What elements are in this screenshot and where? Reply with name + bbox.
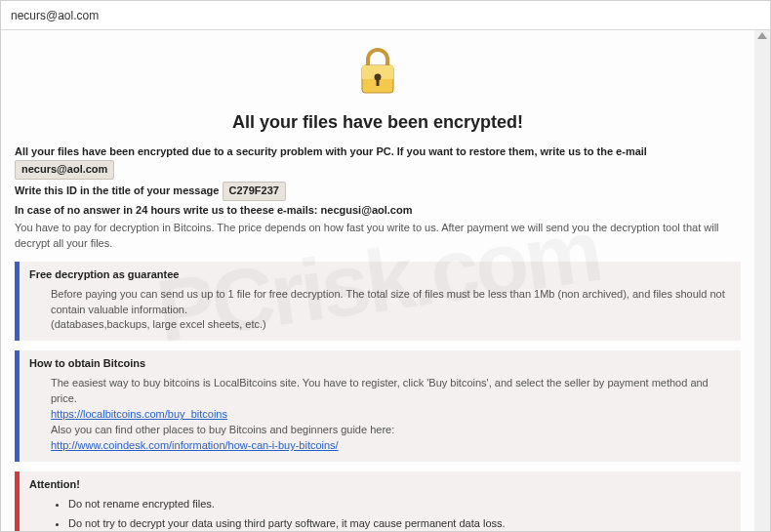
content: PCrisk.com All your files have been encr… — [1, 30, 754, 531]
section-attention-title: Attention! — [29, 477, 731, 493]
intro-line-3: In case of no answer in 24 hours write u… — [15, 203, 741, 219]
intro-line-2: Write this ID in the title of your messa… — [15, 182, 741, 201]
header-block: All your files have been encrypted! — [15, 40, 741, 135]
attention-item: Do not try to decrypt your data using th… — [68, 516, 731, 531]
intro-line-1-text: All your files have been encrypted due t… — [15, 145, 647, 157]
attention-item: Do not rename encrypted files. — [68, 497, 731, 512]
section-bitcoins-title: How to obtain Bitcoins — [29, 356, 731, 372]
window-title: necurs@aol.com — [11, 9, 99, 22]
section-bitcoins-body: The easiest way to buy bitcoins is Local… — [29, 376, 731, 454]
section-free-decryption: Free decryption as guarantee Before payi… — [15, 262, 741, 342]
attention-list: Do not rename encrypted files. Do not tr… — [51, 497, 731, 531]
content-wrap: PCrisk.com All your files have been encr… — [1, 30, 770, 531]
headline: All your files have been encrypted! — [15, 109, 741, 135]
bitcoins-body-1: The easiest way to buy bitcoins is Local… — [51, 376, 731, 407]
lock-icon — [356, 46, 399, 97]
bitcoins-link-1[interactable]: https://localbitcoins.com/buy_bitcoins — [51, 408, 227, 420]
app-window: necurs@aol.com PCrisk.com All your files… — [0, 0, 771, 532]
intro-line-3-prefix: In case of no answer in 24 hours write u… — [15, 204, 321, 216]
free-body-2: (databases,backups, large excel sheets, … — [51, 317, 731, 333]
intro-line-4: You have to pay for decryption in Bitcoi… — [15, 221, 741, 252]
bitcoins-body-2: Also you can find other places to buy Bi… — [51, 423, 731, 438]
svg-rect-3 — [377, 78, 380, 86]
intro-line-1: All your files have been encrypted due t… — [15, 144, 741, 180]
section-bitcoins: How to obtain Bitcoins The easiest way t… — [15, 350, 741, 462]
bitcoins-link-2[interactable]: http://www.coindesk.com/information/how-… — [51, 439, 339, 451]
email-2: necgusi@aol.com — [321, 204, 413, 216]
id-badge: C279F237 — [223, 182, 286, 201]
intro-line-2-text: Write this ID in the title of your messa… — [15, 184, 223, 196]
section-attention: Attention! Do not rename encrypted files… — [15, 471, 741, 531]
section-free-body: Before paying you can send us up to 1 fi… — [29, 287, 731, 334]
section-free-title: Free decryption as guarantee — [29, 267, 731, 283]
scrollbar[interactable] — [754, 30, 770, 531]
free-body-1: Before paying you can send us up to 1 fi… — [51, 287, 731, 318]
titlebar: necurs@aol.com — [1, 1, 770, 30]
email-badge-1: necurs@aol.com — [15, 160, 114, 180]
